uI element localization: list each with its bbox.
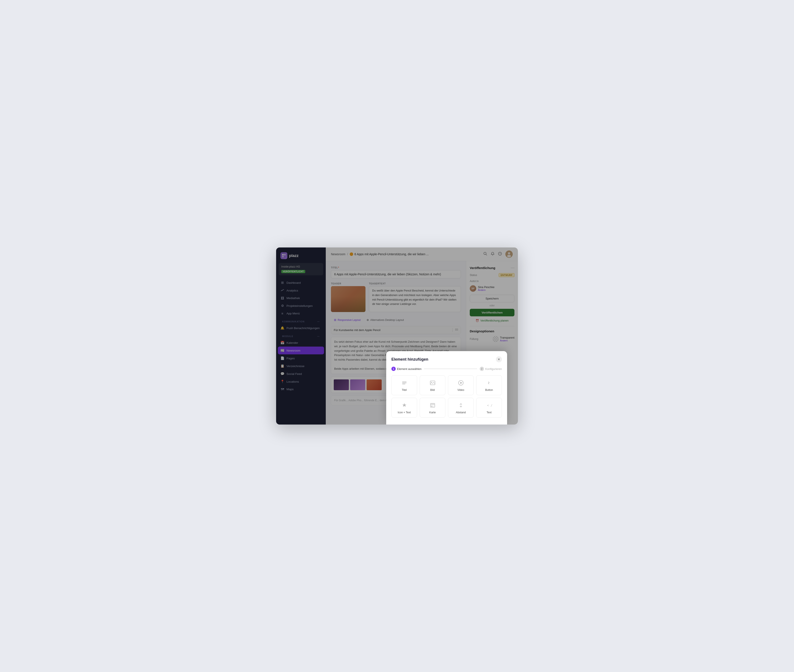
svg-marker-20	[402, 403, 406, 407]
titel-label: Titel	[402, 389, 407, 392]
step2-number: 2	[480, 366, 484, 371]
step2-label: Konfigurieren	[485, 367, 502, 371]
text-icon: < />	[485, 402, 493, 409]
modal-close-button[interactable]: ✕	[496, 356, 502, 362]
svg-rect-22	[430, 403, 435, 405]
button-label: Button	[485, 389, 493, 392]
icon-text-label: Icon + Text	[398, 411, 411, 414]
app-window: plazz Inside:plazz AG VERÖFFENTLICHT ⊞ D…	[276, 248, 518, 424]
modal-element-hinzufuegen: Element hinzufügen ✕ 1 Element auswählen…	[386, 351, 507, 424]
element-card-titel[interactable]: Titel	[391, 375, 417, 395]
titel-icon	[401, 379, 408, 387]
svg-rect-23	[431, 406, 432, 406]
icon-text-icon	[401, 402, 408, 409]
svg-marker-19	[460, 382, 462, 384]
step-line	[424, 369, 477, 369]
step1-number: 1	[391, 366, 396, 371]
video-label: Video	[457, 389, 464, 392]
svg-rect-13	[402, 382, 406, 382]
bild-icon	[429, 379, 436, 387]
svg-rect-14	[402, 382, 406, 383]
step-2: 2 Konfigurieren	[480, 366, 502, 371]
element-card-abstand[interactable]: Abstand	[448, 398, 474, 418]
elements-grid: Titel Bild	[391, 375, 502, 418]
svg-rect-15	[402, 384, 405, 384]
svg-rect-24	[433, 406, 434, 406]
modal-title: Element hinzufügen	[391, 357, 428, 362]
bild-label: Bild	[430, 389, 435, 392]
modal-steps: 1 Element auswählen 2 Konfigurieren	[391, 366, 502, 371]
modal-header: Element hinzufügen ✕	[391, 356, 502, 362]
video-icon	[457, 379, 465, 387]
karte-icon	[429, 402, 436, 409]
step1-label: Element auswählen	[397, 367, 422, 371]
element-card-karte[interactable]: Karte	[420, 398, 445, 418]
element-card-button[interactable]: Button	[476, 375, 502, 395]
button-icon	[485, 379, 493, 387]
element-card-bild[interactable]: Bild	[420, 375, 445, 395]
step-1: 1 Element auswählen	[391, 366, 422, 371]
text-label: Text	[487, 411, 492, 414]
svg-text:< />: < />	[487, 403, 492, 407]
modal-overlay[interactable]: Element hinzufügen ✕ 1 Element auswählen…	[276, 248, 518, 424]
element-card-icon-text[interactable]: Icon + Text	[391, 398, 417, 418]
karte-label: Karte	[430, 411, 436, 414]
element-card-text[interactable]: < /> Text	[476, 398, 502, 418]
svg-rect-25	[433, 406, 434, 407]
abstand-label: Abstand	[456, 411, 466, 414]
element-card-video[interactable]: Video	[448, 375, 474, 395]
abstand-icon	[457, 402, 465, 409]
